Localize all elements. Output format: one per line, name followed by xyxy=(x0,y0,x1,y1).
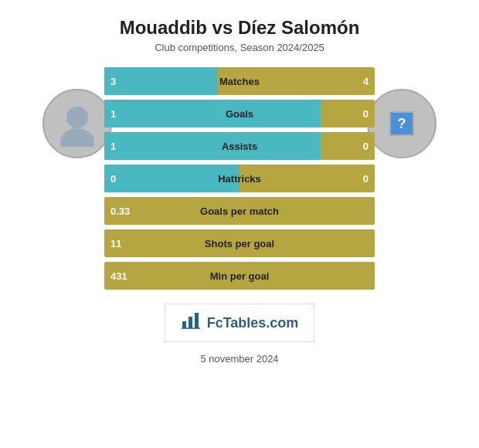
stat-row: Assists10 xyxy=(104,132,375,160)
logo-box: FcTables.com xyxy=(165,304,315,342)
stat-label: Matches xyxy=(219,76,260,87)
stat-left-value: 0.33 xyxy=(110,205,130,217)
stat-row: Matches34 xyxy=(104,67,375,95)
svg-point-1 xyxy=(60,128,94,147)
svg-rect-4 xyxy=(195,313,199,328)
svg-rect-3 xyxy=(189,317,192,328)
svg-rect-2 xyxy=(182,321,186,328)
page-title: Mouaddib vs Díez Salomón xyxy=(120,17,360,39)
stat-row: Min per goal431 xyxy=(104,262,375,290)
svg-point-0 xyxy=(66,107,88,128)
stat-label: Goals xyxy=(226,108,253,120)
logo-text: FcTables.com xyxy=(207,315,299,331)
subtitle: Club competitions, Season 2024/2025 xyxy=(155,42,324,53)
stat-right-value: 0 xyxy=(363,141,369,152)
stat-row: Shots per goal11 xyxy=(104,229,375,257)
stat-left-value: 1 xyxy=(110,141,116,152)
stat-row: Goals10 xyxy=(104,100,375,127)
stat-right-value: 0 xyxy=(363,173,369,185)
stat-left-value: 0 xyxy=(110,173,116,185)
stat-left-value: 11 xyxy=(110,238,121,249)
stat-label: Goals per match xyxy=(200,205,279,217)
logo-icon xyxy=(181,311,201,335)
avatar-left xyxy=(42,89,112,158)
stats-container: Matches34Goals10Assists10Hattricks00Goal… xyxy=(104,67,375,290)
stat-right-value: 4 xyxy=(363,76,369,87)
stat-row: Goals per match0.33 xyxy=(104,197,375,225)
stat-row: Hattricks00 xyxy=(104,165,375,192)
avatar-question-icon: ? xyxy=(389,111,414,136)
avatar-right: ? xyxy=(367,89,437,158)
stat-left-value: 1 xyxy=(110,108,116,120)
stat-label: Shots per goal xyxy=(205,238,274,249)
stat-left-value: 431 xyxy=(110,270,127,282)
date-text: 5 november 2024 xyxy=(200,353,278,365)
stat-label: Min per goal xyxy=(210,270,270,282)
stat-label: Assists xyxy=(222,141,257,152)
stat-right-value: 0 xyxy=(363,108,369,120)
stat-label: Hattricks xyxy=(218,173,261,185)
stat-left-value: 3 xyxy=(110,76,116,87)
